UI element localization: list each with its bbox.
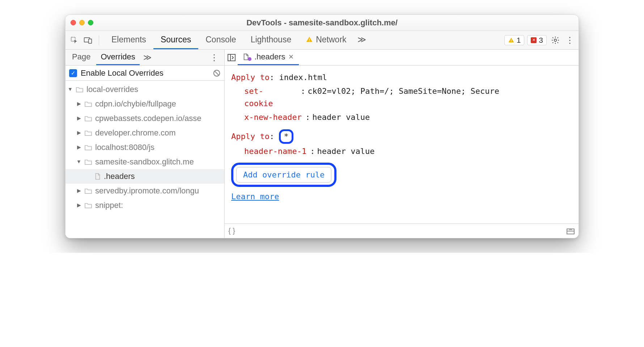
header-value: ck02=vl02; Path=/; SameSite=None; Secure [308, 85, 572, 97]
window-controls [71, 20, 93, 25]
tree-file-selected[interactable]: .headers [65, 169, 224, 184]
tree-label: .headers [104, 172, 135, 181]
disclosure-triangle-icon [76, 130, 81, 135]
sidebar-subtabs: Page Overrides ≫ ⋮ [65, 50, 224, 66]
folder-icon [76, 86, 84, 93]
apply-label: Apply to [231, 132, 270, 141]
headers-editor[interactable]: Apply to: index.html set- cookie : ck02=… [225, 66, 579, 223]
tab-network[interactable]: Network [298, 31, 353, 49]
folder-icon [84, 130, 92, 136]
tab-lighthouse[interactable]: Lighthouse [243, 31, 299, 49]
disclosure-triangle-icon [76, 159, 81, 164]
learn-more-link[interactable]: Learn more [231, 191, 279, 203]
header-row[interactable]: set- cookie : ck02=vl02; Path=/; SameSit… [244, 85, 572, 110]
header-row[interactable]: x-new-header : header value [244, 111, 572, 124]
tab-console[interactable]: Console [198, 31, 243, 49]
clear-overrides-icon[interactable] [213, 69, 221, 77]
tab-elements[interactable]: Elements [104, 31, 153, 49]
show-drawer-icon[interactable] [566, 227, 575, 235]
tree-label: localhost:8080/js [95, 143, 154, 152]
subtab-overrides[interactable]: Overrides [96, 50, 139, 65]
enable-overrides-checkbox[interactable]: ✓ [69, 69, 77, 77]
disclosure-triangle-icon [68, 86, 73, 92]
header-name: header-name-1 [244, 145, 310, 158]
editor-footer: { } [225, 223, 579, 238]
kebab-menu-icon[interactable]: ⋮ [564, 34, 576, 46]
enable-overrides-label: Enable Local Overrides [81, 68, 164, 78]
tree-label: samesite-sandbox.glitch.me [95, 157, 194, 167]
tabs-overflow[interactable]: ≫ [354, 31, 370, 49]
tree-folder[interactable]: cpwebassets.codepen.io/asse [65, 111, 224, 126]
errors-counter[interactable]: ✕ 3 [527, 35, 547, 45]
close-tab-icon[interactable]: ✕ [288, 53, 294, 61]
editor-tabs: .headers ✕ [225, 50, 579, 66]
folder-icon [84, 101, 92, 107]
device-toolbar-icon[interactable] [82, 34, 94, 46]
svg-point-7 [554, 39, 556, 41]
header-name: set- cookie [244, 85, 298, 110]
panel-body: Page Overrides ≫ ⋮ ✓ Enable Local Overri… [65, 50, 579, 238]
tree-root-label: local-overrides [86, 85, 138, 94]
folder-icon [84, 115, 92, 122]
svg-rect-5 [511, 39, 512, 41]
editor-tab-label: .headers [254, 52, 285, 62]
disclosure-triangle-icon [76, 188, 81, 193]
warning-icon [306, 36, 313, 43]
tree-label: cdpn.io/chybie/fullpage [95, 99, 176, 109]
warning-icon [508, 37, 514, 43]
inspect-element-icon[interactable] [68, 34, 80, 46]
apply-label: Apply to [231, 73, 270, 82]
devtools-window: DevTools - samesite-sandbox.glitch.me/ E… [65, 14, 579, 238]
subtab-page[interactable]: Page [68, 50, 95, 65]
disclosure-triangle-icon [76, 144, 81, 150]
svg-rect-6 [511, 41, 512, 42]
tree-folder[interactable]: servedby.ipromote.com/longu [65, 184, 224, 198]
tab-network-label: Network [316, 35, 346, 45]
svg-rect-2 [89, 39, 92, 43]
titlebar: DevTools - samesite-sandbox.glitch.me/ [65, 15, 579, 31]
enable-overrides-row: ✓ Enable Local Overrides [65, 66, 224, 81]
colon: : [303, 111, 312, 124]
header-value: header value [312, 111, 572, 124]
braces-icon[interactable]: { } [228, 227, 235, 235]
errors-count: 3 [539, 36, 543, 45]
disclosure-triangle-icon [76, 101, 81, 106]
header-name: x-new-header [244, 111, 305, 124]
tree-folder[interactable]: localhost:8080/js [65, 140, 224, 155]
tree-folder[interactable]: cdpn.io/chybie/fullpage [65, 97, 224, 111]
zoom-window-button[interactable] [88, 20, 93, 25]
tree-folder-open[interactable]: samesite-sandbox.glitch.me [65, 155, 224, 169]
subtabs-overflow[interactable]: ≫ [141, 53, 154, 62]
header-row[interactable]: header-name-1 : header value [244, 145, 572, 158]
warnings-counter[interactable]: 1 [504, 35, 525, 45]
add-override-rule-button[interactable]: Add override rule [236, 167, 331, 183]
apply-target-highlighted: * [279, 129, 293, 144]
minimize-window-button[interactable] [79, 20, 85, 25]
add-rule-highlight: Add override rule [231, 163, 336, 187]
sidebar-kebab-icon[interactable]: ⋮ [206, 53, 222, 63]
tree-label: cpwebassets.codepen.io/asse [95, 114, 202, 123]
apply-to-line: Apply to: index.html [231, 71, 572, 84]
tree-root[interactable]: local-overrides [65, 82, 224, 97]
tree-folder[interactable]: developer.chrome.com [65, 126, 224, 140]
toolbar-right: 1 ✕ 3 ⋮ [504, 34, 576, 46]
folder-icon [84, 202, 92, 209]
tree-folder[interactable]: snippet: [65, 198, 224, 213]
close-window-button[interactable] [71, 20, 76, 25]
header-value: header value [317, 145, 572, 158]
error-icon: ✕ [531, 37, 537, 43]
toggle-navigator-icon[interactable] [226, 54, 237, 62]
tab-sources[interactable]: Sources [153, 31, 198, 49]
apply-to-line: Apply to: * [231, 129, 572, 144]
disclosure-triangle-icon [76, 115, 81, 121]
svg-rect-3 [309, 39, 310, 40]
editor-tab-headers[interactable]: .headers ✕ [238, 50, 299, 65]
svg-rect-10 [228, 54, 235, 61]
svg-rect-4 [309, 41, 310, 41]
tree-label: developer.chrome.com [95, 128, 176, 138]
settings-icon[interactable] [550, 34, 561, 46]
disclosure-triangle-icon [76, 202, 81, 208]
folder-icon [84, 188, 92, 194]
sources-sidebar: Page Overrides ≫ ⋮ ✓ Enable Local Overri… [65, 50, 225, 238]
svg-line-9 [215, 71, 219, 75]
